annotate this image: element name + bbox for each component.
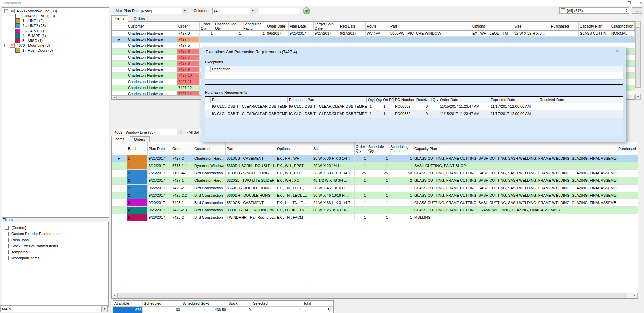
cell-purchased-part[interactable]: IG-CLCL-DSB-T - CLEAR/CLEAR DSB TEMPERED xyxy=(288,110,367,118)
cell-received-date[interactable] xyxy=(538,110,586,118)
cell-customer[interactable]: Charleston Hardware xyxy=(127,43,177,49)
tree-item-shape[interactable]: 4 - SHAPE (1) xyxy=(2,33,109,38)
tree-item-label[interactable]: {UNASSIGNED} (0) xyxy=(22,14,55,18)
cell-order[interactable]: 7427-6 xyxy=(177,49,200,55)
cell-schedule-qty[interactable]: 1 xyxy=(367,177,389,185)
cell-qty[interactable]: 1 xyxy=(367,110,375,118)
cell-order-qty[interactable]: 1 xyxy=(355,162,367,170)
cell-capacity-plan[interactable]: GLASS CUTTING, FRAME CUTTING, FRAME WELD… xyxy=(413,207,617,214)
cell-purchased[interactable] xyxy=(617,162,637,170)
header-cell[interactable]: Purchased xyxy=(550,22,579,30)
cell-options[interactable]: EX , WH , CLCL ... xyxy=(276,170,312,177)
spin-down-icon[interactable]: ▼ xyxy=(624,11,629,13)
cell-scheduling-factor[interactable]: 1 xyxy=(389,192,413,199)
header-cell[interactable]: Options xyxy=(276,142,312,155)
cell-customer[interactable]: Charleston Hardware xyxy=(127,55,177,61)
tab-orders-bottom[interactable]: Orders xyxy=(130,136,150,142)
cell-part[interactable]: 8220SL - TWO-LITE SLIDER xyxy=(226,177,276,185)
cell-scheduling-factor[interactable]: 1 xyxy=(242,31,266,37)
header-cell[interactable]: Capacity Plan xyxy=(579,22,610,30)
cell-order[interactable]: 7427-1 xyxy=(171,177,193,185)
tree-group-label[interactable]: 4670 - Door Line (3) xyxy=(17,43,50,47)
filter-custom[interactable]: {Custom} xyxy=(5,225,108,231)
dialog-maximize-icon[interactable]: □ xyxy=(599,49,607,54)
header-cell[interactable]: Plan Date xyxy=(289,22,314,30)
header-cell[interactable]: Received Qty xyxy=(415,97,438,103)
table-row[interactable]: 2 9/21/2017 7427-1 Charleston Hard... 82… xyxy=(112,177,638,185)
cell-order-qty[interactable]: 25 xyxy=(355,170,367,177)
cell-customer[interactable]: Charleston Hardware xyxy=(127,31,177,37)
cell-customer[interactable]: Bird Construction xyxy=(193,170,226,177)
cell-plan-date[interactable]: 9/22/2017 xyxy=(148,185,171,192)
header-cell[interactable]: Order Date xyxy=(438,97,489,103)
header-cell[interactable]: Part xyxy=(389,22,471,30)
spinner-control[interactable]: ▲ ▼ xyxy=(624,8,629,13)
header-cell[interactable]: Qty xyxy=(367,97,375,103)
cell-plan-date[interactable]: 6/12/2017 xyxy=(148,162,171,170)
cell-customer[interactable]: Dynamet Windows xyxy=(193,162,226,170)
cell-capacity-plan[interactable]: GLASS CUTTING, FRAME CUTTING, SASH CUTTI… xyxy=(413,199,617,207)
empty-exception-row[interactable] xyxy=(205,72,623,80)
cell-customer[interactable]: Bird Construction xyxy=(193,214,226,221)
tab-items-bottom[interactable]: Items xyxy=(111,136,128,142)
cell-plan-date[interactable]: 9/21/2017 xyxy=(148,177,171,185)
tab-items-top[interactable]: Items xyxy=(111,15,128,22)
cell-received-qty[interactable]: 0 xyxy=(415,103,438,110)
cell-customer[interactable]: Charleston Hardware xyxy=(127,73,177,79)
tree-item-line2[interactable]: 2 - LINE2 (28) xyxy=(2,23,109,29)
cell-customer[interactable]: Bird Construction xyxy=(193,192,226,199)
table-row[interactable]: 4 9/26/2017 7425-2.3 Bird Construction 8… xyxy=(112,207,638,214)
cell-target-ship-date[interactable]: 9/27/2017 xyxy=(314,31,339,37)
tree-item-label[interactable]: 4 - SHAPE (1) xyxy=(22,34,46,38)
search-input[interactable] xyxy=(259,8,300,14)
cell-part[interactable]: 8660DH - DOUBLE HUNG xyxy=(226,185,276,192)
header-cell[interactable]: Route xyxy=(366,22,389,30)
tree-item-unassigned[interactable]: {UNASSIGNED} (0) xyxy=(2,14,109,19)
cell-capacity-plan[interactable]: GLASS CUTTING, FRAME CUTTING, SASH CUTTI… xyxy=(413,170,617,177)
cell-purchased[interactable] xyxy=(617,170,637,177)
cell-customer[interactable]: Charleston Hardware xyxy=(127,49,177,55)
cell-plan-date[interactable]: 9/26/2017 xyxy=(148,207,171,214)
cell-order-date[interactable]: 11/15/2017 11:23:47 AM xyxy=(438,103,489,110)
header-cell[interactable]: Customer xyxy=(193,142,226,155)
cell-order[interactable]: 7427-10 xyxy=(177,73,200,79)
filter-rush-jobs[interactable]: Rush Jobs xyxy=(5,237,108,243)
cell-capacity-plan[interactable]: SASH CUTTING, PAINT SHOP xyxy=(413,162,617,170)
header-cell[interactable]: Customer xyxy=(127,22,177,30)
cell-plan-date[interactable]: 7/26/2017 xyxy=(148,170,171,177)
checkbox-icon[interactable] xyxy=(5,232,9,236)
cell-order[interactable]: 6773-1-1 xyxy=(171,162,193,170)
cell-options[interactable]: EX , LEG=0 , TN... xyxy=(276,207,312,214)
cell-plan-date[interactable]: 9/21/2017 xyxy=(148,155,171,162)
cell-order-date[interactable]: 9/6/2017 xyxy=(266,31,289,37)
cell-order-qty[interactable]: 1 xyxy=(200,31,214,37)
cell-po-number[interactable]: PO00582 xyxy=(394,110,415,118)
header-cell[interactable]: Classification xyxy=(610,22,635,30)
cell-scheduling-factor[interactable]: 2 xyxy=(389,177,413,185)
cell-purchased[interactable] xyxy=(617,177,637,185)
header-cell[interactable]: Part xyxy=(226,142,276,155)
cell-options[interactable]: EX , WH , LEOB , TM xyxy=(471,31,513,37)
header-cell[interactable]: Expected Date xyxy=(489,97,538,103)
cell-customer[interactable]: Charleston Hard... xyxy=(193,155,226,162)
refresh-button[interactable]: ⟳ xyxy=(303,7,310,14)
cell-options[interactable]: EX , WH , EPST... xyxy=(276,162,312,170)
cell-batch[interactable]: 5 xyxy=(127,214,148,221)
cell-expected-date[interactable]: 11/17/2017 12:00:00 AM xyxy=(489,110,538,118)
restore-icon[interactable]: ❐ xyxy=(625,0,634,6)
header-cell[interactable]: Size xyxy=(312,142,355,155)
cell-capacity-plan[interactable]: GLASS CUTTING, FRAME CUTTING, SASH CUTTI… xyxy=(413,177,617,185)
scroll-left-icon[interactable]: ◄ xyxy=(112,293,117,298)
cell-received-qty[interactable]: 0 xyxy=(415,110,438,118)
table-row[interactable]: IG-CLCL-DSB-T - CLEAR/CLEAR DSB TEMPERED… xyxy=(205,103,623,110)
header-cell[interactable]: PO Number xyxy=(394,97,415,103)
horizontal-scrollbar[interactable]: ◄ ► xyxy=(112,293,638,298)
header-cell[interactable]: Size xyxy=(513,22,550,30)
table-row[interactable]: 3 9/20/2017 7425-1 Bird Construction 851… xyxy=(112,199,638,207)
header-cell[interactable]: Options xyxy=(471,22,513,30)
cell-po-number[interactable]: PO00582 xyxy=(394,103,415,110)
tree-group-label[interactable]: 4669 - Window Line (33) xyxy=(17,9,57,13)
cell-schedule-qty[interactable]: 1 xyxy=(367,162,389,170)
filter-stock-exterior[interactable]: Stock Exterior Painted Items xyxy=(5,243,108,249)
ellipsis-button[interactable]: ... xyxy=(632,7,642,14)
